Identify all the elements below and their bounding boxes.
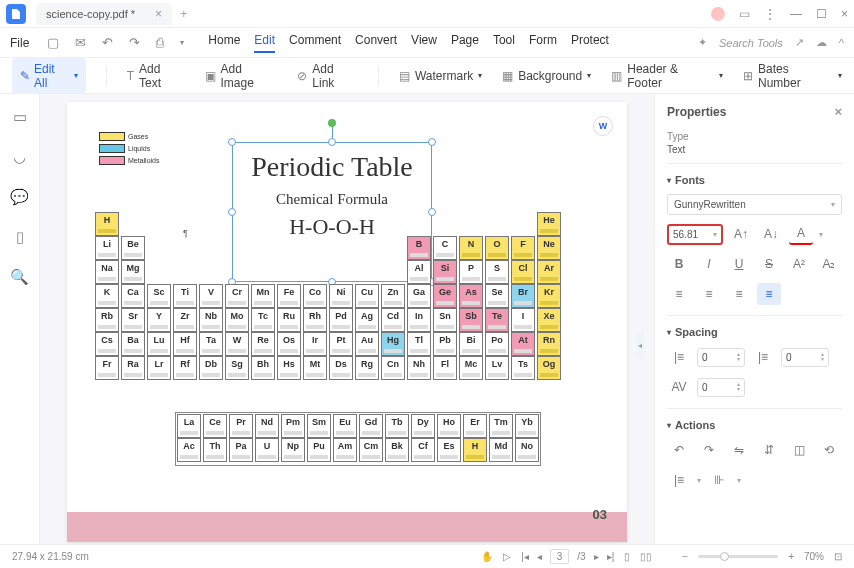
notify-icon[interactable]: ▭	[739, 7, 750, 21]
add-image-button[interactable]: ▣Add Image	[205, 62, 278, 90]
text-selection-box[interactable]: Periodic Table Chemical Formula H-O-O-H	[232, 142, 432, 282]
rotation-handle[interactable]	[328, 119, 336, 127]
comments-icon[interactable]: 💬	[10, 188, 29, 206]
fit-page-icon[interactable]: ⊡	[834, 551, 842, 562]
spacing-section[interactable]: Spacing	[675, 326, 718, 338]
replace-icon[interactable]: ⟲	[817, 439, 841, 461]
tab-convert[interactable]: Convert	[355, 33, 397, 53]
para-spacing-input[interactable]: 0▴▾	[781, 348, 829, 367]
mail-icon[interactable]: ✉	[69, 35, 92, 50]
resize-handle-nw[interactable]	[228, 138, 236, 146]
single-page-icon[interactable]: ▯	[624, 551, 630, 562]
document-tab[interactable]: science-copy.pdf * ×	[36, 3, 172, 25]
strikethrough-icon[interactable]: S	[757, 253, 781, 275]
add-text-button[interactable]: TAdd Text	[127, 62, 185, 90]
expand-right-handle[interactable]: ◂	[636, 330, 644, 360]
canvas[interactable]: W ¶ Gases Liquids Metalloids Periodic Ta…	[40, 94, 654, 544]
select-tool-icon[interactable]: ▷	[503, 551, 511, 562]
align-center-icon[interactable]: ≡	[697, 283, 721, 305]
file-menu[interactable]: File	[10, 36, 29, 50]
two-page-icon[interactable]: ▯▯	[640, 551, 652, 562]
rotate-right-icon[interactable]: ↷	[697, 439, 721, 461]
font-size-input[interactable]: 56.81▾	[667, 224, 723, 245]
save-icon[interactable]: ▢	[41, 35, 65, 50]
crop-icon[interactable]: ◫	[787, 439, 811, 461]
tab-page[interactable]: Page	[451, 33, 479, 53]
line-spacing-input[interactable]: 0▴▾	[697, 348, 745, 367]
zoom-thumb[interactable]	[720, 552, 729, 561]
tab-close-icon[interactable]: ×	[155, 7, 162, 21]
align-justify-icon[interactable]: ≡	[757, 283, 781, 305]
header-footer-button[interactable]: ▥Header & Footer▾	[611, 62, 723, 90]
resize-handle-w[interactable]	[228, 208, 236, 216]
align-right-icon[interactable]: ≡	[727, 283, 751, 305]
zoom-in-icon[interactable]: +	[788, 551, 794, 562]
align-objects-icon[interactable]: ⊪	[707, 469, 731, 491]
first-page-icon[interactable]: |◂	[521, 551, 529, 562]
background-button[interactable]: ▦Background▾	[502, 69, 591, 83]
chevron-down-icon[interactable]: ▾	[174, 38, 190, 47]
tab-view[interactable]: View	[411, 33, 437, 53]
increase-font-icon[interactable]: A↑	[729, 223, 753, 245]
font-family-select[interactable]: GunnyRewritten▾	[667, 194, 842, 215]
actions-section[interactable]: Actions	[675, 419, 715, 431]
fonts-section[interactable]: Fonts	[675, 174, 705, 186]
italic-icon[interactable]: I	[697, 253, 721, 275]
close-window-icon[interactable]: ×	[841, 7, 848, 21]
zoom-value[interactable]: 70%	[804, 551, 824, 562]
page-input[interactable]: 3	[550, 549, 570, 564]
tab-protect[interactable]: Protect	[571, 33, 609, 53]
bates-number-button[interactable]: ⊞Bates Number▾	[743, 62, 842, 90]
decrease-font-icon[interactable]: A↓	[759, 223, 783, 245]
tab-home[interactable]: Home	[208, 33, 240, 53]
zoom-out-icon[interactable]: −	[682, 551, 688, 562]
align-left-icon[interactable]: ≡	[667, 283, 691, 305]
close-panel-icon[interactable]: ×	[834, 104, 842, 119]
font-color-icon[interactable]: A	[789, 223, 813, 245]
superscript-icon[interactable]: A²	[787, 253, 811, 275]
thumbnails-icon[interactable]: ▭	[13, 108, 27, 126]
edit-all-button[interactable]: ✎Edit All▾	[12, 58, 86, 94]
subscript-icon[interactable]: A₂	[817, 253, 841, 275]
zoom-slider[interactable]	[698, 555, 778, 558]
cloud-sync-icon[interactable]: ☁	[816, 36, 827, 49]
minimize-icon[interactable]: —	[790, 7, 802, 21]
word-export-icon[interactable]: W	[593, 116, 613, 136]
tab-tool[interactable]: Tool	[493, 33, 515, 53]
cloud-icon[interactable]	[711, 7, 725, 21]
maximize-icon[interactable]: ☐	[816, 7, 827, 21]
attachments-icon[interactable]: ▯	[16, 228, 24, 246]
kebab-icon[interactable]: ⋮	[764, 7, 776, 21]
rotate-left-icon[interactable]: ↶	[667, 439, 691, 461]
element-Fr: Fr	[95, 356, 119, 380]
tab-edit[interactable]: Edit	[254, 33, 275, 53]
new-tab-icon[interactable]: +	[180, 6, 188, 21]
tab-comment[interactable]: Comment	[289, 33, 341, 53]
prev-page-icon[interactable]: ◂	[537, 551, 542, 562]
tab-form[interactable]: Form	[529, 33, 557, 53]
flip-h-icon[interactable]: ⇋	[727, 439, 751, 461]
search-icon[interactable]: 🔍	[10, 268, 29, 286]
bookmarks-icon[interactable]: ◡	[13, 148, 26, 166]
line-height-icon[interactable]: |≡	[667, 469, 691, 491]
resize-handle-n[interactable]	[328, 138, 336, 146]
resize-handle-e[interactable]	[428, 208, 436, 216]
hand-tool-icon[interactable]: ✋	[481, 551, 493, 562]
search-wand-icon[interactable]: ✦	[698, 36, 707, 49]
resize-handle-ne[interactable]	[428, 138, 436, 146]
bold-icon[interactable]: B	[667, 253, 691, 275]
redo-icon[interactable]: ↷	[123, 35, 146, 50]
search-tools[interactable]: Search Tools	[719, 37, 783, 49]
element-Tm: Tm	[489, 414, 513, 438]
flip-v-icon[interactable]: ⇵	[757, 439, 781, 461]
last-page-icon[interactable]: ▸|	[607, 551, 615, 562]
undo-icon[interactable]: ↶	[96, 35, 119, 50]
underline-icon[interactable]: U	[727, 253, 751, 275]
print-icon[interactable]: ⎙	[150, 35, 170, 50]
open-external-icon[interactable]: ↗	[795, 36, 804, 49]
char-spacing-input[interactable]: 0▴▾	[697, 378, 745, 397]
watermark-button[interactable]: ▤Watermark▾	[399, 69, 482, 83]
next-page-icon[interactable]: ▸	[594, 551, 599, 562]
add-link-button[interactable]: ⊘Add Link	[297, 62, 358, 90]
collapse-ribbon-icon[interactable]: ^	[839, 37, 844, 49]
